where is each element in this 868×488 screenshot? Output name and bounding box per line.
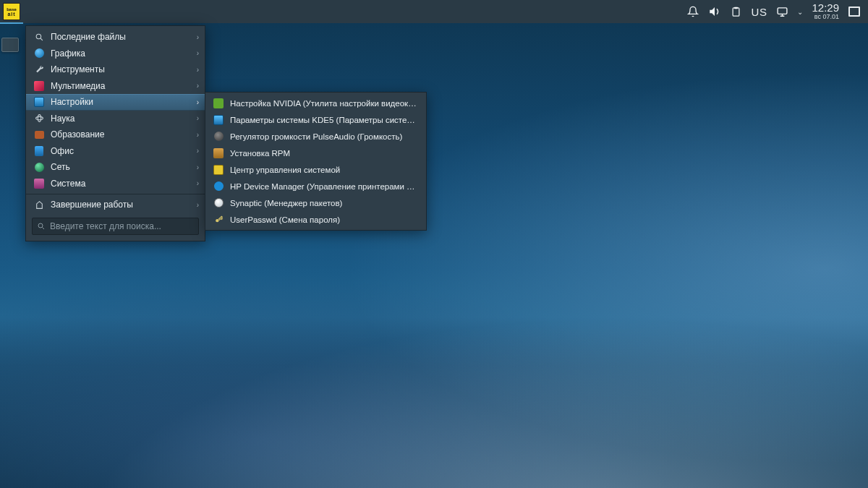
menu-item-label: Последние файлы (51, 32, 192, 42)
submenu-item-label: Центр управления системой (230, 166, 417, 174)
synaptic-icon (213, 197, 224, 209)
submenu-item-control-center[interactable]: Центр управления системой (205, 161, 426, 178)
chevron-right-icon: › (192, 82, 199, 90)
task-manager (1, 38, 23, 56)
submenu-item-label: Регулятор громкости PulseAudio (Громкост… (230, 132, 417, 141)
control-center-icon (213, 164, 224, 176)
svg-point-4 (35, 117, 43, 120)
app-launcher-button[interactable]: base alt (0, 0, 23, 23)
notifications-icon[interactable] (686, 5, 699, 18)
kde-settings-icon (213, 114, 224, 126)
search-icon (33, 31, 45, 43)
settings-submenu: Настройка NVIDIA (Утилита настройки виде… (205, 92, 427, 231)
clock-time: 12:29 (812, 2, 839, 14)
menu-item-network[interactable]: Сеть › (26, 159, 205, 176)
submenu-item-kde-settings[interactable]: Параметры системы KDE5 (Параметры систем… (205, 111, 426, 128)
nvidia-icon (213, 98, 224, 109)
clock-date: вс 07.01 (812, 14, 839, 20)
system-icon (33, 178, 45, 189)
submenu-item-label: Параметры системы KDE5 (Параметры систем… (230, 116, 417, 124)
clipboard-icon[interactable] (730, 5, 743, 18)
task-item-icon[interactable] (1, 38, 19, 52)
svg-point-7 (216, 219, 218, 222)
menu-item-label: Наука (51, 114, 192, 124)
search-input[interactable] (50, 221, 194, 231)
basealt-logo-icon: base alt (3, 3, 20, 20)
globe-icon (33, 161, 45, 173)
chevron-right-icon: › (192, 49, 199, 57)
menu-item-tools[interactable]: Инструменты › (26, 61, 205, 78)
svg-rect-1 (734, 7, 738, 9)
menu-item-multimedia[interactable]: Мультимедиа › (26, 78, 205, 95)
menu-item-leave[interactable]: Завершение работы › (26, 197, 205, 213)
office-icon (33, 145, 45, 157)
submenu-item-label: Synaptic (Менеджер пакетов) (230, 199, 417, 207)
chevron-right-icon: › (192, 147, 199, 155)
menu-item-recent-files[interactable]: Последние файлы › (26, 29, 205, 46)
chevron-right-icon: › (192, 98, 199, 106)
submenu-item-label: Настройка NVIDIA (Утилита настройки виде… (230, 99, 417, 108)
menu-item-office[interactable]: Офис › (26, 143, 205, 160)
system-tray: US ⌄ 12:29 вс 07.01 (679, 0, 868, 23)
svg-point-6 (38, 223, 43, 228)
submenu-item-synaptic[interactable]: Synaptic (Менеджер пакетов) (205, 194, 426, 211)
menu-item-label: Образование (51, 129, 192, 140)
chevron-right-icon: › (192, 179, 199, 187)
network-icon[interactable] (775, 5, 788, 18)
submenu-item-userpasswd[interactable]: UserPasswd (Смена пароля) (205, 211, 426, 228)
menu-item-label: Настройки (51, 97, 192, 107)
submenu-item-nvidia[interactable]: Настройка NVIDIA (Утилита настройки виде… (205, 95, 426, 111)
svg-point-3 (36, 34, 41, 39)
menu-item-label: Завершение работы (51, 200, 192, 210)
menu-item-system[interactable]: Система › (26, 176, 205, 192)
show-desktop-button[interactable] (848, 5, 861, 18)
submenu-item-label: UserPasswd (Смена пароля) (230, 215, 417, 224)
graphics-icon (33, 48, 45, 59)
education-icon (33, 129, 45, 140)
top-panel: base alt US ⌄ 12:29 вс 07.01 (0, 0, 868, 23)
application-menu: Последние файлы › Графика › Инструменты … (25, 25, 205, 241)
svg-rect-0 (733, 7, 739, 15)
submenu-item-label: HP Device Manager (Управление принтерами… (230, 182, 417, 191)
menu-search-field[interactable] (32, 218, 199, 235)
menu-item-label: Офис (51, 146, 192, 156)
menu-separator (26, 194, 205, 194)
clock-widget[interactable]: 12:29 вс 07.01 (812, 2, 839, 20)
leave-icon (33, 199, 45, 210)
svg-rect-2 (778, 7, 787, 13)
chevron-right-icon: › (192, 114, 199, 122)
submenu-item-label: Установка RPM (230, 149, 417, 158)
hp-icon (213, 181, 224, 192)
menu-item-education[interactable]: Образование › (26, 127, 205, 143)
menu-item-label: Мультимедиа (51, 81, 192, 91)
submenu-item-rpm-install[interactable]: Установка RPM (205, 145, 426, 161)
menu-item-graphics[interactable]: Графика › (26, 46, 205, 62)
key-icon (213, 214, 224, 226)
tray-expand-icon[interactable]: ⌄ (797, 8, 803, 16)
settings-icon (33, 96, 45, 108)
menu-item-label: Графика (51, 48, 192, 59)
menu-item-label: Сеть (51, 162, 192, 172)
volume-control-icon (213, 131, 224, 142)
submenu-item-hp-device-manager[interactable]: HP Device Manager (Управление принтерами… (205, 178, 426, 194)
chevron-right-icon: › (192, 66, 199, 74)
svg-point-5 (38, 115, 41, 122)
submenu-item-pulseaudio[interactable]: Регулятор громкости PulseAudio (Громкост… (205, 128, 426, 145)
menu-item-settings[interactable]: Настройки › (26, 94, 205, 111)
chevron-right-icon: › (192, 131, 199, 139)
wrench-icon (33, 64, 45, 75)
package-icon (213, 147, 224, 159)
keyboard-layout-indicator[interactable]: US (752, 6, 767, 18)
multimedia-icon (33, 80, 45, 92)
search-icon (37, 222, 46, 231)
menu-item-label: Система (51, 179, 192, 189)
volume-icon[interactable] (708, 5, 721, 18)
chevron-right-icon: › (192, 201, 199, 209)
science-icon (33, 113, 45, 124)
chevron-right-icon: › (192, 163, 199, 171)
menu-item-label: Инструменты (51, 64, 192, 74)
chevron-right-icon: › (192, 33, 199, 41)
menu-item-science[interactable]: Наука › (26, 111, 205, 127)
